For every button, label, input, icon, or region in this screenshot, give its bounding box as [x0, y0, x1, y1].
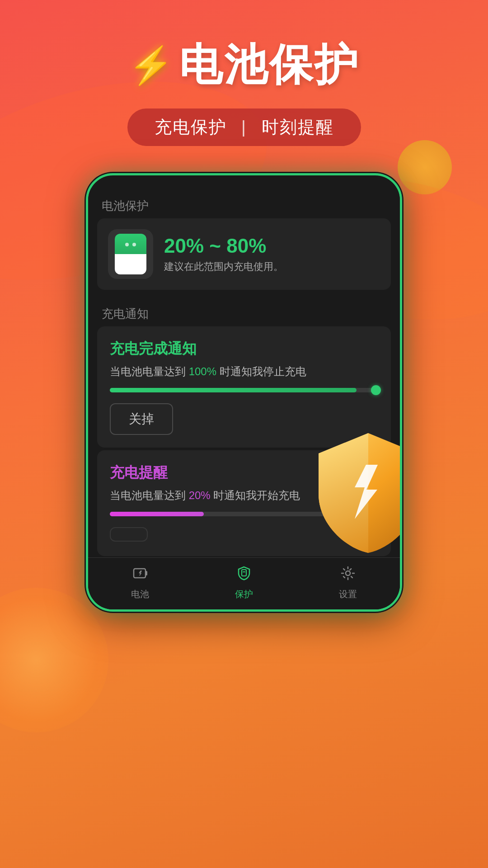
- battery-range: 20% ~ 80%: [164, 235, 380, 257]
- svg-point-4: [346, 571, 350, 576]
- battery-desc: 建议在此范围内充电使用。: [164, 260, 380, 274]
- notif1-slider-thumb: [371, 385, 381, 395]
- notif1-slider-fill: [110, 388, 357, 392]
- notif1-highlight: 100%: [189, 365, 216, 377]
- notif1-title: 充电完成通知: [110, 339, 378, 359]
- phone-container: 电池保护 20% ~ 80% 建议在此范围内充电使用。 充电: [0, 173, 488, 612]
- subtitle-badge: 充电保护 | 时刻提醒: [127, 108, 361, 146]
- bottom-navigation: 电池 保护: [88, 557, 400, 609]
- notif1-slider[interactable]: [110, 388, 378, 392]
- nav-battery-label: 电池: [131, 588, 149, 600]
- lightning-icon: ⚡: [128, 44, 175, 87]
- notif2-highlight: 20%: [189, 489, 211, 501]
- notif2-desc-post: 时通知我开始充电: [213, 489, 300, 501]
- page-title: ⚡ 电池保护: [0, 36, 488, 95]
- battery-dot-1: [125, 243, 129, 246]
- notif1-desc-post: 时通知我停止充电: [220, 365, 306, 377]
- battery-protection-card: 20% ~ 80% 建议在此范围内充电使用。: [97, 218, 391, 290]
- svg-rect-3: [243, 571, 245, 572]
- battery-info: 20% ~ 80% 建议在此范围内充电使用。: [164, 235, 380, 274]
- battery-dot-2: [132, 243, 136, 246]
- svg-rect-2: [242, 570, 246, 576]
- phone-mockup: 电池保护 20% ~ 80% 建议在此范围内充电使用。 充电: [86, 173, 402, 612]
- battery-icon-wrapper: [108, 229, 153, 279]
- svg-rect-0: [134, 569, 145, 578]
- nav-item-battery[interactable]: 电池: [88, 565, 192, 600]
- nav-item-settings[interactable]: 设置: [296, 565, 400, 600]
- notif2-toggle-button: [110, 527, 148, 542]
- svg-rect-1: [145, 571, 147, 576]
- battery-icon: [115, 234, 146, 274]
- nav-item-protect[interactable]: 保护: [192, 565, 296, 600]
- title-text: 电池保护: [179, 36, 360, 95]
- subtitle-divider: |: [241, 118, 247, 137]
- battery-dots: [115, 243, 146, 246]
- notif1-desc-pre: 当电池电量达到: [110, 365, 186, 377]
- nav-settings-label: 设置: [339, 588, 357, 600]
- notif2-slider-fill: [110, 512, 204, 516]
- notif1-desc: 当电池电量达到 100% 时通知我停止充电: [110, 364, 378, 379]
- notif1-toggle-button[interactable]: 关掉: [110, 403, 173, 435]
- section-notif-label: 充电通知: [88, 297, 400, 326]
- page-header: ⚡ 电池保护 充电保护 | 时刻提醒: [0, 0, 488, 146]
- section-battery-label: 电池保护: [88, 189, 400, 218]
- subtitle-left: 充电保护: [155, 118, 227, 137]
- nav-settings-icon: [340, 565, 356, 585]
- notif2-desc-pre: 当电池电量达到: [110, 489, 186, 501]
- nav-battery-icon: [132, 565, 148, 585]
- nav-protect-label: 保护: [235, 588, 253, 600]
- subtitle-right: 时刻提醒: [262, 118, 334, 137]
- phone-notch: [208, 175, 280, 189]
- nav-protect-icon: [236, 565, 252, 585]
- shield-decoration: [310, 429, 402, 555]
